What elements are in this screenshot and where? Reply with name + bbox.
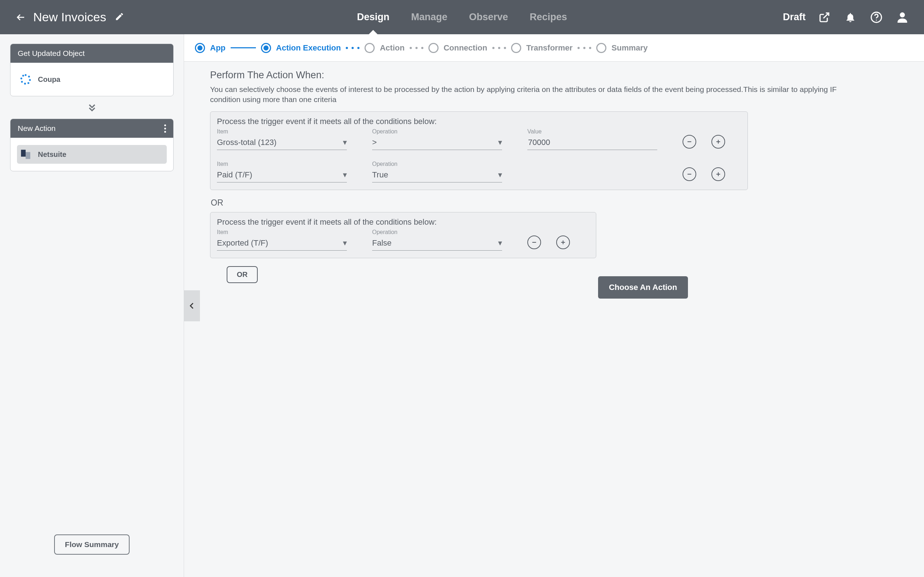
step-connector — [492, 47, 506, 49]
value-field: Value — [527, 128, 657, 150]
svg-point-5 — [24, 74, 26, 76]
help-icon[interactable] — [869, 10, 884, 24]
svg-point-3 — [876, 19, 877, 21]
condition-row: Item Exported (T/F) ▾ Operation False ▾ — [217, 229, 590, 251]
coupa-icon — [19, 73, 32, 86]
flow-summary-button[interactable]: Flow Summary — [54, 534, 129, 554]
remove-row-button[interactable] — [683, 167, 696, 181]
section-title: Perform The Action When: — [210, 69, 898, 81]
step-action-execution[interactable]: Action Execution — [261, 43, 341, 53]
body: Get Updated Object Coupa New Action — [0, 34, 924, 577]
item-select[interactable]: Exported (T/F) ▾ — [217, 236, 347, 251]
topbar-right: Draft — [783, 10, 909, 24]
condition-block-title: Process the trigger event if it meets al… — [217, 218, 590, 227]
step-connector — [346, 47, 360, 49]
bell-icon[interactable] — [843, 10, 858, 24]
item-field: Item Gross-total (123) ▾ — [217, 128, 347, 150]
caret-down-icon: ▾ — [343, 170, 347, 180]
svg-point-9 — [24, 82, 26, 84]
target-card-menu-icon[interactable] — [164, 124, 166, 133]
condition-row: Item Paid (T/F) ▾ Operation True ▾ — [217, 161, 741, 182]
stepper: App Action Execution Action Connection T… — [184, 34, 924, 62]
operation-field: Operation True ▾ — [372, 161, 502, 182]
open-external-icon[interactable] — [817, 10, 832, 24]
sidebar: Get Updated Object Coupa New Action — [0, 34, 184, 577]
content: Perform The Action When: You can selecti… — [184, 62, 924, 313]
condition-block-2: Process the trigger event if it meets al… — [210, 212, 596, 258]
section-description: You can selectively choose the events of… — [210, 84, 867, 105]
add-or-button[interactable]: OR — [227, 266, 258, 283]
source-app-label: Coupa — [38, 76, 60, 84]
item-select[interactable]: Paid (T/F) ▾ — [217, 168, 347, 182]
target-card-title: New Action — [18, 124, 56, 133]
svg-rect-14 — [26, 152, 30, 159]
step-app[interactable]: App — [195, 43, 226, 53]
value-input[interactable] — [527, 135, 657, 150]
row-actions — [683, 167, 741, 182]
item-field: Item Exported (T/F) ▾ — [217, 229, 347, 251]
caret-down-icon: ▾ — [498, 239, 502, 248]
source-card-header: Get Updated Object — [10, 44, 173, 63]
target-app-label: Netsuite — [38, 150, 66, 159]
condition-block-1: Process the trigger event if it meets al… — [210, 111, 748, 190]
caret-down-icon: ▾ — [343, 138, 347, 147]
source-card-body: Coupa — [10, 63, 173, 96]
condition-row: Item Gross-total (123) ▾ Operation > ▾ — [217, 128, 741, 150]
row-actions — [527, 235, 590, 251]
step-connector — [577, 47, 591, 49]
edit-title-icon[interactable] — [115, 12, 124, 23]
add-row-button[interactable] — [556, 235, 570, 249]
nav-recipes[interactable]: Recipes — [530, 0, 567, 34]
step-action[interactable]: Action — [365, 43, 404, 53]
add-row-button[interactable] — [711, 135, 725, 148]
item-field: Item Paid (T/F) ▾ — [217, 161, 347, 182]
remove-row-button[interactable] — [683, 135, 696, 148]
top-nav: Design Manage Observe Recipes — [357, 0, 567, 34]
operation-select[interactable]: False ▾ — [372, 236, 502, 251]
target-card-header: New Action — [10, 119, 173, 138]
operation-field: Operation False ▾ — [372, 229, 502, 251]
nav-design[interactable]: Design — [357, 0, 389, 34]
step-connector — [410, 47, 423, 49]
operation-select[interactable]: > ▾ — [372, 135, 502, 150]
chain-expand-icon[interactable] — [10, 102, 174, 113]
or-separator: OR — [211, 198, 898, 208]
remove-row-button[interactable] — [527, 235, 541, 249]
collapse-sidebar-button[interactable] — [184, 290, 200, 321]
target-app[interactable]: Netsuite — [17, 145, 167, 164]
svg-point-4 — [900, 12, 905, 17]
condition-block-title: Process the trigger event if it meets al… — [217, 117, 741, 126]
target-card-body: Netsuite — [10, 138, 173, 171]
operation-select[interactable]: True ▾ — [372, 168, 502, 182]
svg-point-7 — [29, 79, 31, 81]
main: App Action Execution Action Connection T… — [184, 34, 924, 577]
item-select[interactable]: Gross-total (123) ▾ — [217, 135, 347, 150]
svg-point-11 — [21, 77, 23, 79]
step-connection[interactable]: Connection — [428, 43, 487, 53]
source-card[interactable]: Get Updated Object Coupa — [10, 44, 174, 96]
svg-point-12 — [23, 75, 24, 76]
operation-field: Operation > ▾ — [372, 128, 502, 150]
svg-line-1 — [823, 13, 829, 18]
status-badge: Draft — [783, 11, 806, 23]
caret-down-icon: ▾ — [498, 170, 502, 180]
svg-point-10 — [21, 81, 23, 82]
user-icon[interactable] — [895, 10, 909, 24]
topbar: New Invoices Design Manage Observe Recip… — [0, 0, 924, 34]
page-title: New Invoices — [33, 10, 106, 24]
caret-down-icon: ▾ — [343, 239, 347, 248]
choose-action-button[interactable]: Choose An Action — [598, 276, 688, 298]
caret-down-icon: ▾ — [498, 138, 502, 147]
step-transformer[interactable]: Transformer — [511, 43, 572, 53]
source-card-title: Get Updated Object — [18, 49, 85, 58]
source-app[interactable]: Coupa — [17, 70, 167, 89]
row-actions — [683, 135, 741, 150]
target-card[interactable]: New Action Netsuite — [10, 119, 174, 171]
nav-observe[interactable]: Observe — [469, 0, 508, 34]
svg-point-6 — [28, 76, 30, 77]
nav-manage[interactable]: Manage — [411, 0, 447, 34]
back-button[interactable] — [15, 11, 27, 23]
add-row-button[interactable] — [711, 167, 725, 181]
svg-rect-13 — [21, 150, 26, 156]
step-summary[interactable]: Summary — [596, 43, 648, 53]
